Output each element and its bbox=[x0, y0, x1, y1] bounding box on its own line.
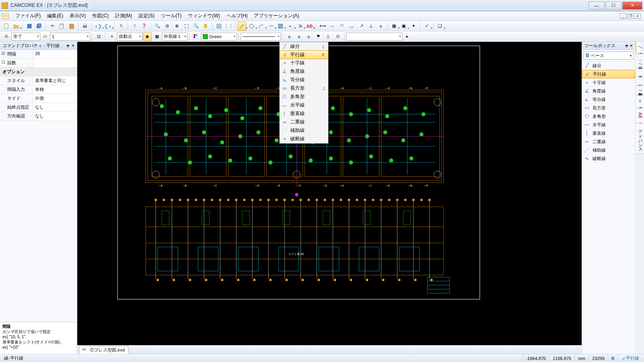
menu-tools[interactable]: ツール(T) bbox=[158, 12, 185, 20]
zoom-extents-icon[interactable]: ⛶ bbox=[182, 22, 191, 31]
paste-icon[interactable] bbox=[67, 22, 76, 31]
toolbox-item-3[interactable]: ∠角度線 bbox=[582, 87, 635, 95]
prop-input-value[interactable]: 単独 bbox=[33, 85, 77, 94]
vtab-6[interactable]: AB 文字 bbox=[636, 108, 644, 123]
cmd-go-icon[interactable]: ▸ bbox=[403, 32, 412, 41]
prop-endpoints-value[interactable]: なし bbox=[33, 103, 77, 111]
dd-item-4[interactable]: ⊾等分線 bbox=[280, 76, 328, 84]
toolbox-item-0[interactable]: ╱線分 bbox=[582, 62, 635, 70]
snap-toggle-icon[interactable]: ⌖ bbox=[107, 32, 116, 41]
flag-icon[interactable]: ⚑ bbox=[314, 32, 323, 41]
e-icon-2[interactable]: e bbox=[295, 32, 303, 41]
arc-tool-icon[interactable]: ▾ bbox=[257, 22, 266, 31]
hatch-tool-icon[interactable]: ▾ bbox=[276, 22, 285, 31]
filter-combo[interactable]: 全て bbox=[11, 33, 40, 41]
close-button[interactable]: ✕ bbox=[622, 2, 642, 10]
menu-edit[interactable]: 編集(E) bbox=[44, 12, 66, 20]
menu-window[interactable]: ウィンドウ(W) bbox=[185, 12, 223, 20]
panel-close-icon[interactable]: ✕ bbox=[71, 43, 74, 48]
toolbox-item-8[interactable]: │垂直線 bbox=[582, 129, 635, 138]
dd-item-1[interactable]: ⫽平行線K bbox=[279, 50, 328, 59]
dd-item-9[interactable]: ═二重線 bbox=[280, 118, 328, 126]
dim-aligned-icon[interactable]: ↔ bbox=[328, 22, 337, 31]
maximize-button[interactable]: ☐ bbox=[605, 2, 621, 10]
toolbox-item-11[interactable]: ∿破断線 bbox=[582, 154, 635, 163]
toolbox-category-combo[interactable]: Bベース bbox=[584, 51, 634, 60]
toolbox-item-10[interactable]: ⋰補助線 bbox=[582, 146, 635, 154]
vtab-3[interactable]: 補助 bbox=[636, 77, 644, 86]
open-icon[interactable]: ▾ bbox=[12, 22, 21, 31]
ortho-icon[interactable]: ⊡ bbox=[94, 32, 103, 41]
prop-direction-value[interactable]: なし bbox=[33, 112, 77, 120]
dim-radius-icon[interactable]: ◡ bbox=[347, 22, 356, 31]
zoom-prev-icon[interactable]: 🔍 bbox=[192, 22, 200, 31]
mdi-min[interactable]: _ bbox=[620, 13, 626, 19]
dim-baseline-icon[interactable]: ≡ bbox=[376, 22, 385, 31]
redo-icon[interactable]: ▾ bbox=[103, 22, 112, 31]
toolbox-item-6[interactable]: ⬠多角形 bbox=[582, 112, 635, 121]
prop-interval-value[interactable]: 20 bbox=[33, 50, 77, 58]
status-bold-icon[interactable]: B bbox=[608, 354, 618, 362]
menu-file[interactable]: ファイル(F) bbox=[12, 12, 44, 20]
dim-leader-icon[interactable]: ↗ bbox=[357, 22, 366, 31]
doc-tab[interactable]: EX ①プレス型図.exd bbox=[79, 346, 128, 354]
snap-grid-icon[interactable]: ▦ bbox=[153, 32, 161, 41]
menu-help[interactable]: ヘルプ(H) bbox=[223, 12, 251, 20]
layer-icon[interactable] bbox=[41, 32, 50, 41]
explode-icon[interactable]: ✦ bbox=[409, 22, 418, 31]
toolbox-item-5[interactable]: ▭長方形 bbox=[582, 104, 635, 112]
menu-draw[interactable]: 作図(C) bbox=[89, 12, 112, 20]
line-tool-icon[interactable]: ▾ bbox=[237, 22, 246, 31]
layer-combo[interactable]: 1 bbox=[50, 33, 90, 41]
toolbox-item-2[interactable]: ＋十字線 bbox=[582, 78, 635, 87]
menu-settings[interactable]: 設定(S) bbox=[135, 12, 158, 20]
dd-item-5[interactable]: ▭長方形J bbox=[280, 84, 328, 93]
pin-icon[interactable]: ⬘ bbox=[66, 43, 70, 48]
spline-tool-icon[interactable]: 〰▾ bbox=[266, 22, 275, 31]
vtab-5[interactable]: ⇔ 寸法線 bbox=[636, 95, 644, 108]
layers-icon[interactable]: ❑▾ bbox=[436, 22, 444, 31]
point-tool-icon[interactable]: •▾ bbox=[286, 22, 295, 31]
check-icon[interactable]: ✔▾ bbox=[422, 22, 431, 31]
dot-pick-icon[interactable]: ⊙ bbox=[333, 32, 342, 41]
print-icon[interactable] bbox=[80, 22, 89, 31]
circle-tool-icon[interactable]: ▾ bbox=[247, 22, 256, 31]
copy-icon[interactable] bbox=[58, 22, 66, 31]
snap-dots-icon[interactable]: ⋮⋮ bbox=[224, 22, 233, 31]
offset-tool-icon[interactable]: ⇲▾ bbox=[295, 22, 304, 31]
mdi-restore[interactable]: ❐ bbox=[627, 13, 634, 19]
menu-view[interactable]: 表示(V) bbox=[66, 12, 89, 20]
minimize-button[interactable]: — bbox=[588, 2, 605, 10]
mdi-close[interactable]: × bbox=[634, 13, 641, 19]
block-icon[interactable]: ▦▾ bbox=[390, 22, 398, 31]
info-icon[interactable]: ❓ bbox=[140, 22, 149, 31]
grid-icon[interactable] bbox=[215, 22, 223, 31]
zoom-out-icon[interactable]: ⊖ bbox=[163, 22, 171, 31]
dd-item-11[interactable]: ∿破断線 bbox=[280, 135, 328, 143]
snap-mode-icon[interactable]: ◉ bbox=[143, 32, 152, 41]
pan-icon[interactable]: ✋ bbox=[201, 22, 210, 31]
command-input[interactable] bbox=[346, 33, 402, 41]
vtab-1[interactable]: ○ 円/円弧 bbox=[636, 54, 644, 69]
dim-linear-icon[interactable]: ⟷ bbox=[318, 22, 327, 31]
undo-icon[interactable]: ▾ bbox=[94, 22, 103, 31]
vtab-2[interactable]: 修正 bbox=[636, 69, 644, 77]
menu-application[interactable]: アプリケーション(A) bbox=[251, 12, 302, 20]
save-all-icon[interactable] bbox=[35, 22, 43, 31]
dd-item-3[interactable]: ∠角度線 bbox=[280, 67, 328, 76]
prop-count-value[interactable] bbox=[33, 59, 77, 67]
filter-icon[interactable]: Ѧ bbox=[2, 32, 11, 41]
rgb-icon[interactable] bbox=[192, 32, 200, 41]
toolbox-pin-icon[interactable]: ⬘ ✕ bbox=[625, 43, 633, 48]
dim-ordinate-icon[interactable]: ⊥ bbox=[367, 22, 376, 31]
toolbox-item-9[interactable]: ═二重線 bbox=[582, 138, 635, 146]
dim-angular-icon[interactable]: ◠ bbox=[338, 22, 347, 31]
menu-measure[interactable]: 計測(M) bbox=[112, 12, 135, 20]
prop-count-label[interactable]: 回数 bbox=[0, 59, 33, 67]
insert-icon[interactable]: ▣▾ bbox=[399, 22, 408, 31]
prop-style-value[interactable]: 基準要素と同じ bbox=[33, 76, 77, 85]
vtab-0[interactable]: ╱ 線 bbox=[636, 42, 644, 54]
toolbox-item-7[interactable]: —水平線 bbox=[582, 121, 635, 129]
vtab-4[interactable]: 移動/複写 bbox=[636, 86, 644, 95]
zoom-window-icon[interactable]: 🔍 bbox=[153, 22, 162, 31]
